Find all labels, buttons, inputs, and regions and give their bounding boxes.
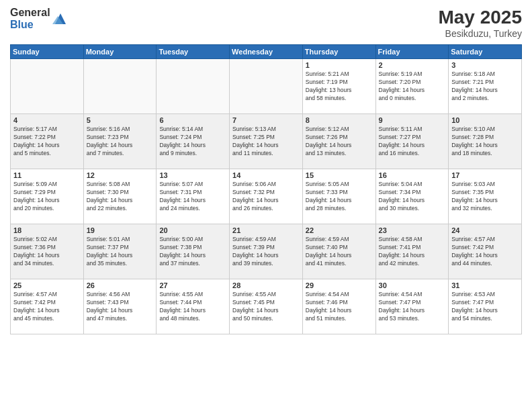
weekday-header-row: Sunday Monday Tuesday Wednesday Thursday… <box>11 45 522 59</box>
day-number: 17 <box>451 171 519 179</box>
calendar-cell <box>230 59 303 114</box>
day-number: 8 <box>306 116 373 124</box>
week-row-3: 11Sunrise: 5:09 AM Sunset: 7:29 PM Dayli… <box>11 169 522 224</box>
header-friday: Friday <box>375 45 449 59</box>
day-number: 29 <box>306 281 373 289</box>
header-saturday: Saturday <box>449 45 522 59</box>
day-info: Sunrise: 4:59 AM Sunset: 7:39 PM Dayligh… <box>232 236 300 268</box>
day-number: 21 <box>232 226 300 234</box>
day-info: Sunrise: 5:02 AM Sunset: 7:36 PM Dayligh… <box>13 236 81 268</box>
calendar-cell: 20Sunrise: 5:00 AM Sunset: 7:38 PM Dayli… <box>157 224 230 279</box>
day-number: 27 <box>159 281 226 289</box>
day-number: 7 <box>232 116 300 124</box>
day-info: Sunrise: 5:00 AM Sunset: 7:38 PM Dayligh… <box>159 236 226 268</box>
calendar-cell: 9Sunrise: 5:11 AM Sunset: 7:27 PM Daylig… <box>375 114 449 169</box>
day-info: Sunrise: 5:04 AM Sunset: 7:34 PM Dayligh… <box>379 181 446 213</box>
day-info: Sunrise: 4:58 AM Sunset: 7:41 PM Dayligh… <box>379 236 446 268</box>
day-info: Sunrise: 5:03 AM Sunset: 7:35 PM Dayligh… <box>451 181 519 213</box>
day-number: 19 <box>87 226 154 234</box>
day-number: 9 <box>379 116 446 124</box>
day-info: Sunrise: 5:16 AM Sunset: 7:23 PM Dayligh… <box>87 126 154 158</box>
calendar-cell: 29Sunrise: 4:54 AM Sunset: 7:46 PM Dayli… <box>302 279 375 334</box>
day-info: Sunrise: 4:57 AM Sunset: 7:42 PM Dayligh… <box>451 236 519 268</box>
day-info: Sunrise: 5:14 AM Sunset: 7:24 PM Dayligh… <box>159 126 226 158</box>
logo: General Blue <box>10 7 69 30</box>
day-number: 1 <box>306 61 373 69</box>
logo-text: General Blue <box>10 7 50 30</box>
month-title: May 2025 <box>438 7 522 28</box>
week-row-5: 25Sunrise: 4:57 AM Sunset: 7:42 PM Dayli… <box>11 279 522 334</box>
day-number: 3 <box>451 61 519 69</box>
header-sunday: Sunday <box>11 45 84 59</box>
day-info: Sunrise: 4:55 AM Sunset: 7:44 PM Dayligh… <box>159 291 226 323</box>
logo-blue: Blue <box>10 19 50 31</box>
calendar: Sunday Monday Tuesday Wednesday Thursday… <box>10 44 522 334</box>
calendar-cell: 1Sunrise: 5:21 AM Sunset: 7:19 PM Daylig… <box>302 59 375 114</box>
day-info: Sunrise: 5:11 AM Sunset: 7:27 PM Dayligh… <box>379 126 446 158</box>
day-info: Sunrise: 5:06 AM Sunset: 7:32 PM Dayligh… <box>232 181 300 213</box>
day-number: 23 <box>379 226 446 234</box>
calendar-cell: 22Sunrise: 4:59 AM Sunset: 7:40 PM Dayli… <box>302 224 375 279</box>
day-number: 24 <box>451 226 519 234</box>
calendar-cell: 26Sunrise: 4:56 AM Sunset: 7:43 PM Dayli… <box>83 279 157 334</box>
day-number: 14 <box>232 171 300 179</box>
day-number: 22 <box>306 226 373 234</box>
location: Besikduzu, Turkey <box>438 28 522 39</box>
header-tuesday: Tuesday <box>157 45 230 59</box>
day-number: 16 <box>379 171 446 179</box>
day-info: Sunrise: 5:21 AM Sunset: 7:19 PM Dayligh… <box>306 71 373 103</box>
calendar-cell: 11Sunrise: 5:09 AM Sunset: 7:29 PM Dayli… <box>11 169 84 224</box>
logo-icon <box>52 11 69 27</box>
calendar-cell: 28Sunrise: 4:55 AM Sunset: 7:45 PM Dayli… <box>230 279 303 334</box>
header: General Blue May 2025 Besikduzu, Turkey <box>10 7 522 39</box>
day-number: 10 <box>451 116 519 124</box>
day-number: 28 <box>232 281 300 289</box>
day-number: 15 <box>306 171 373 179</box>
week-row-4: 18Sunrise: 5:02 AM Sunset: 7:36 PM Dayli… <box>11 224 522 279</box>
day-number: 25 <box>13 281 81 289</box>
calendar-cell: 18Sunrise: 5:02 AM Sunset: 7:36 PM Dayli… <box>11 224 84 279</box>
calendar-cell: 8Sunrise: 5:12 AM Sunset: 7:26 PM Daylig… <box>302 114 375 169</box>
day-number: 13 <box>159 171 226 179</box>
day-number: 2 <box>379 61 446 69</box>
day-info: Sunrise: 5:01 AM Sunset: 7:37 PM Dayligh… <box>87 236 154 268</box>
calendar-cell <box>83 59 157 114</box>
day-number: 20 <box>159 226 226 234</box>
day-info: Sunrise: 4:59 AM Sunset: 7:40 PM Dayligh… <box>306 236 373 268</box>
day-info: Sunrise: 5:18 AM Sunset: 7:21 PM Dayligh… <box>451 71 519 103</box>
day-info: Sunrise: 5:09 AM Sunset: 7:29 PM Dayligh… <box>13 181 81 213</box>
title-block: May 2025 Besikduzu, Turkey <box>438 7 522 39</box>
day-info: Sunrise: 4:53 AM Sunset: 7:47 PM Dayligh… <box>451 291 519 323</box>
day-number: 26 <box>87 281 154 289</box>
day-info: Sunrise: 4:57 AM Sunset: 7:42 PM Dayligh… <box>13 291 81 323</box>
day-number: 11 <box>13 171 81 179</box>
header-wednesday: Wednesday <box>230 45 303 59</box>
calendar-cell: 19Sunrise: 5:01 AM Sunset: 7:37 PM Dayli… <box>83 224 157 279</box>
day-info: Sunrise: 4:56 AM Sunset: 7:43 PM Dayligh… <box>87 291 154 323</box>
calendar-cell: 6Sunrise: 5:14 AM Sunset: 7:24 PM Daylig… <box>157 114 230 169</box>
logo-general: General <box>10 7 50 19</box>
day-number: 5 <box>87 116 154 124</box>
calendar-cell: 16Sunrise: 5:04 AM Sunset: 7:34 PM Dayli… <box>375 169 449 224</box>
calendar-cell: 24Sunrise: 4:57 AM Sunset: 7:42 PM Dayli… <box>449 224 522 279</box>
calendar-cell: 17Sunrise: 5:03 AM Sunset: 7:35 PM Dayli… <box>449 169 522 224</box>
calendar-cell: 27Sunrise: 4:55 AM Sunset: 7:44 PM Dayli… <box>157 279 230 334</box>
day-number: 4 <box>13 116 81 124</box>
calendar-cell: 15Sunrise: 5:05 AM Sunset: 7:33 PM Dayli… <box>302 169 375 224</box>
header-thursday: Thursday <box>302 45 375 59</box>
day-info: Sunrise: 4:55 AM Sunset: 7:45 PM Dayligh… <box>232 291 300 323</box>
day-number: 12 <box>87 171 154 179</box>
calendar-cell: 31Sunrise: 4:53 AM Sunset: 7:47 PM Dayli… <box>449 279 522 334</box>
calendar-cell: 10Sunrise: 5:10 AM Sunset: 7:28 PM Dayli… <box>449 114 522 169</box>
day-info: Sunrise: 5:12 AM Sunset: 7:26 PM Dayligh… <box>306 126 373 158</box>
calendar-cell: 4Sunrise: 5:17 AM Sunset: 7:22 PM Daylig… <box>11 114 84 169</box>
calendar-cell: 25Sunrise: 4:57 AM Sunset: 7:42 PM Dayli… <box>11 279 84 334</box>
day-number: 31 <box>451 281 519 289</box>
day-info: Sunrise: 5:10 AM Sunset: 7:28 PM Dayligh… <box>451 126 519 158</box>
day-number: 30 <box>379 281 446 289</box>
day-info: Sunrise: 5:19 AM Sunset: 7:20 PM Dayligh… <box>379 71 446 103</box>
day-info: Sunrise: 5:08 AM Sunset: 7:30 PM Dayligh… <box>87 181 154 213</box>
calendar-cell: 5Sunrise: 5:16 AM Sunset: 7:23 PM Daylig… <box>83 114 157 169</box>
calendar-cell: 30Sunrise: 4:54 AM Sunset: 7:47 PM Dayli… <box>375 279 449 334</box>
day-info: Sunrise: 4:54 AM Sunset: 7:47 PM Dayligh… <box>379 291 446 323</box>
